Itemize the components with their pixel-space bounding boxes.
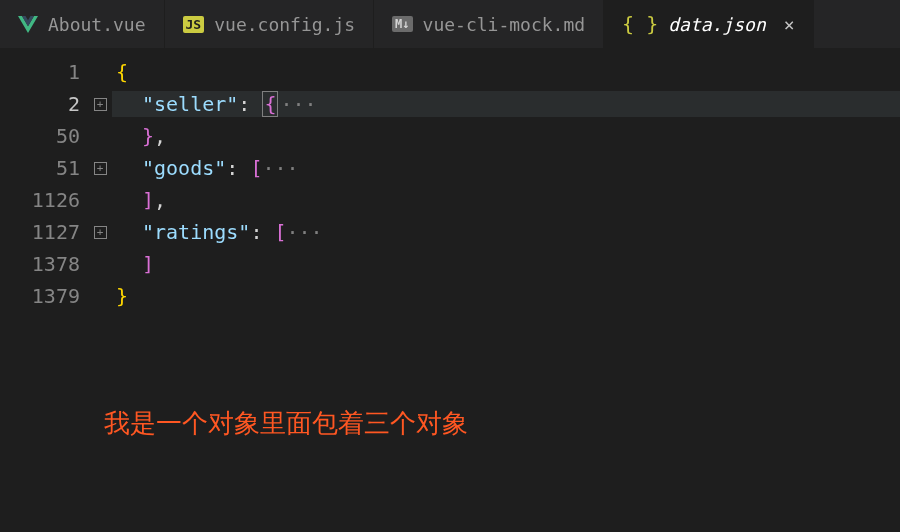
token-fold: ··· [287, 220, 323, 244]
line-number: 50 [0, 124, 88, 148]
code-line[interactable]: 51+"goods": [··· [0, 152, 900, 184]
code-content[interactable]: } [112, 284, 128, 308]
token-punc: : [238, 92, 262, 116]
code-content[interactable]: ], [112, 188, 166, 212]
fold-column: + [88, 226, 112, 239]
tab-bar: About.vue JS vue.config.js M↓ vue-cli-mo… [0, 0, 900, 48]
token-punc: : [226, 156, 250, 180]
code-content[interactable]: }, [112, 124, 166, 148]
token-brace: { [116, 60, 128, 84]
tab-label: vue-cli-mock.md [423, 14, 586, 35]
annotation-text: 我是一个对象里面包着三个对象 [104, 406, 468, 441]
close-icon[interactable]: × [784, 14, 795, 35]
token-brace-purple: ] [142, 188, 154, 212]
fold-column: + [88, 162, 112, 175]
json-icon: { } [622, 12, 658, 36]
tab-label: data.json [668, 14, 766, 35]
token-brace: } [116, 284, 128, 308]
token-brace-purple: ] [142, 252, 154, 276]
code-line[interactable]: 1379} [0, 280, 900, 312]
fold-toggle-icon[interactable]: + [94, 98, 107, 111]
token-fold: ··· [262, 156, 298, 180]
line-number: 1 [0, 60, 88, 84]
code-editor[interactable]: 1{2+"seller": {···50},51+"goods": [···11… [0, 48, 900, 312]
tab-label: vue.config.js [214, 14, 355, 35]
line-number: 51 [0, 156, 88, 180]
token-brace-purple: } [142, 124, 154, 148]
tab-label: About.vue [48, 14, 146, 35]
code-content[interactable]: "seller": {··· [112, 91, 900, 117]
token-punc: , [154, 188, 166, 212]
code-line[interactable]: 50}, [0, 120, 900, 152]
token-punc: , [154, 124, 166, 148]
token-punc: : [250, 220, 274, 244]
tab-data-json[interactable]: { } data.json × [604, 0, 814, 48]
code-content[interactable]: "ratings": [··· [112, 220, 323, 244]
line-number: 1126 [0, 188, 88, 212]
token-fold: ··· [280, 92, 316, 116]
code-line[interactable]: 1127+"ratings": [··· [0, 216, 900, 248]
vue-icon [18, 16, 38, 33]
token-key: "seller" [142, 92, 238, 116]
tab-vue-config[interactable]: JS vue.config.js [165, 0, 375, 48]
code-content[interactable]: { [112, 60, 128, 84]
token-brace-purple: [ [250, 156, 262, 180]
tab-mock-md[interactable]: M↓ vue-cli-mock.md [374, 0, 604, 48]
tab-about-vue[interactable]: About.vue [0, 0, 165, 48]
js-icon: JS [183, 16, 205, 33]
line-number: 1378 [0, 252, 88, 276]
markdown-icon: M↓ [392, 16, 412, 32]
fold-column: + [88, 98, 112, 111]
line-number: 1379 [0, 284, 88, 308]
fold-toggle-icon[interactable]: + [94, 226, 107, 239]
line-number: 2 [0, 92, 88, 116]
fold-toggle-icon[interactable]: + [94, 162, 107, 175]
token-brace-purple: { [262, 91, 278, 117]
code-line[interactable]: 1378] [0, 248, 900, 280]
token-key: "goods" [142, 156, 226, 180]
code-line[interactable]: 1126], [0, 184, 900, 216]
token-key: "ratings" [142, 220, 250, 244]
code-line[interactable]: 2+"seller": {··· [0, 88, 900, 120]
line-number: 1127 [0, 220, 88, 244]
code-line[interactable]: 1{ [0, 56, 900, 88]
code-content[interactable]: ] [112, 252, 154, 276]
token-brace-purple: [ [274, 220, 286, 244]
code-content[interactable]: "goods": [··· [112, 156, 299, 180]
